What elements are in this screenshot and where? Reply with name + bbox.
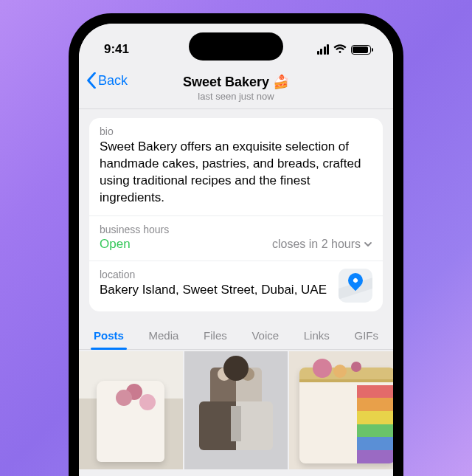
page-subtitle: last seen just now bbox=[79, 91, 393, 102]
tab-files[interactable]: Files bbox=[196, 325, 235, 349]
dynamic-island bbox=[189, 32, 283, 61]
bio-label: bio bbox=[100, 125, 372, 137]
media-tabs: Posts Media Files Voice Links GIFs bbox=[79, 311, 393, 350]
post-thumbnail[interactable] bbox=[79, 351, 183, 469]
status-indicators bbox=[317, 44, 372, 55]
post-thumbnail[interactable] bbox=[184, 351, 288, 469]
tab-media[interactable]: Media bbox=[142, 325, 187, 349]
battery-icon bbox=[351, 45, 371, 55]
screen: 9:41 Back Sweet Bakery 🍰 last seen just … bbox=[79, 24, 393, 476]
bio-cell[interactable]: bio Sweet Bakery offers an exquisite sel… bbox=[89, 118, 383, 216]
tab-links[interactable]: Links bbox=[296, 325, 337, 349]
status-time: 9:41 bbox=[104, 42, 129, 57]
bio-text: Sweet Bakery offers an exquisite selecti… bbox=[100, 139, 372, 207]
phone-frame: 9:41 Back Sweet Bakery 🍰 last seen just … bbox=[69, 13, 403, 476]
map-pin-icon bbox=[345, 270, 366, 291]
hours-label: business hours bbox=[100, 224, 372, 235]
post-thumbnail[interactable] bbox=[289, 351, 393, 469]
wifi-icon bbox=[333, 44, 347, 55]
hours-detail: closes in 2 hours bbox=[272, 238, 372, 251]
info-card: bio Sweet Bakery offers an exquisite sel… bbox=[89, 118, 383, 311]
back-label: Back bbox=[98, 73, 128, 89]
business-hours-cell[interactable]: business hours Open closes in 2 hours bbox=[89, 216, 383, 261]
back-button[interactable]: Back bbox=[86, 72, 128, 89]
tab-voice[interactable]: Voice bbox=[244, 325, 286, 349]
location-cell[interactable]: location Bakery Island, Sweet Street, Du… bbox=[89, 261, 383, 311]
tab-gifs[interactable]: GIFs bbox=[347, 325, 386, 349]
location-label: location bbox=[100, 269, 327, 280]
location-address: Bakery Island, Sweet Street, Dubai, UAE bbox=[100, 282, 327, 299]
posts-grid bbox=[79, 350, 393, 469]
chevron-down-icon bbox=[364, 240, 372, 249]
chevron-left-icon bbox=[86, 72, 97, 89]
cellular-signal-icon bbox=[317, 44, 330, 55]
map-thumbnail[interactable] bbox=[339, 269, 372, 303]
profile-content: bio Sweet Bakery offers an exquisite sel… bbox=[79, 109, 393, 311]
tab-posts[interactable]: Posts bbox=[86, 325, 131, 349]
hours-status: Open bbox=[100, 237, 131, 252]
